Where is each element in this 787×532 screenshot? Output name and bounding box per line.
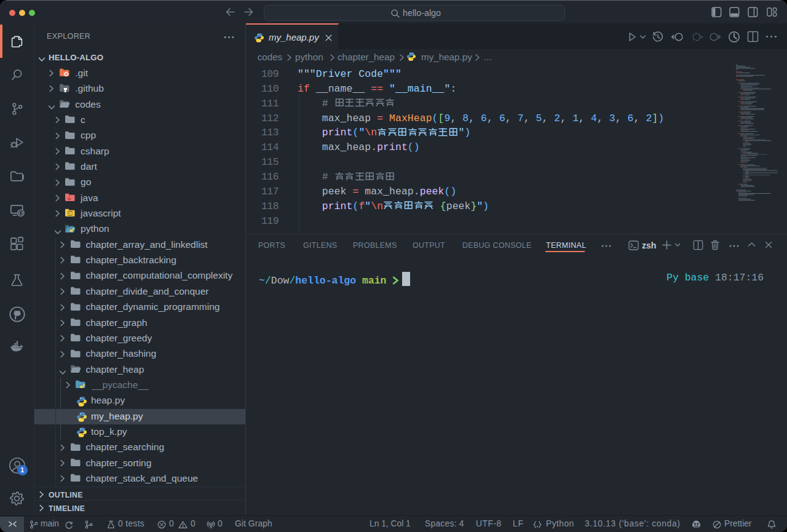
svg-text:JS: JS [68,212,72,216]
